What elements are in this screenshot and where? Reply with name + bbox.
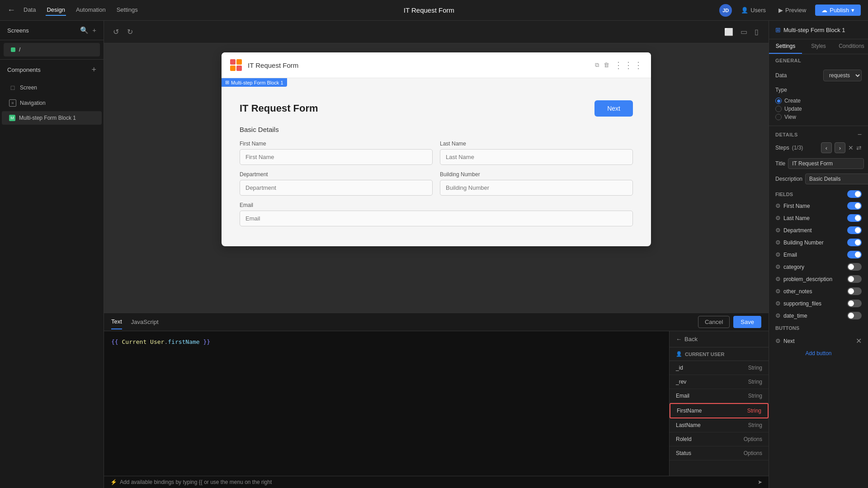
undo-button[interactable]: ↺	[111, 26, 121, 38]
field-gear-building[interactable]: ⚙	[775, 239, 781, 246]
building-number-input[interactable]	[440, 180, 633, 196]
desktop-button[interactable]: ⬜	[722, 26, 736, 38]
copy-icon[interactable]: ⧉	[595, 61, 599, 69]
binding-type-email: String	[748, 393, 762, 399]
field-gear-problem[interactable]: ⚙	[775, 276, 781, 282]
binding-row-roleid[interactable]: RoleId Options	[670, 432, 769, 446]
code-editor[interactable]: {{ Current User.firstName }}	[104, 331, 669, 476]
field-label-notes: other_notes	[783, 288, 844, 295]
field-gear-datetime[interactable]: ⚙	[775, 312, 781, 319]
collapse-icon[interactable]: −	[858, 131, 862, 139]
tab-text[interactable]: Text	[111, 314, 122, 329]
nav-automation[interactable]: Automation	[75, 5, 107, 16]
next-step-button[interactable]: ›	[835, 142, 845, 153]
screen-item-root[interactable]: /	[4, 43, 100, 56]
toggle-category[interactable]	[847, 263, 862, 271]
form-row-3: Email	[240, 202, 633, 226]
type-create[interactable]: Create	[775, 98, 862, 104]
add-component-button[interactable]: +	[91, 65, 96, 75]
nav-design[interactable]: Design	[46, 5, 66, 16]
binding-row-status[interactable]: Status Options	[670, 446, 769, 460]
type-view[interactable]: View	[775, 114, 862, 120]
screen-comp-icon: □	[9, 84, 16, 91]
redo-button[interactable]: ↻	[125, 26, 135, 38]
form-next-button[interactable]: Next	[594, 100, 633, 117]
nav-data[interactable]: Data	[23, 5, 37, 16]
department-input[interactable]	[240, 180, 433, 196]
toggle-firstname[interactable]	[847, 202, 862, 210]
prev-step-button[interactable]: ‹	[821, 142, 832, 153]
publish-button[interactable]: ☁ Publish ▾	[815, 5, 861, 16]
component-navigation[interactable]: ≡ Navigation	[2, 96, 102, 110]
binding-row-email[interactable]: Email String	[670, 389, 769, 403]
field-label-category: category	[783, 264, 844, 270]
first-name-input[interactable]	[240, 149, 433, 165]
description-input[interactable]	[805, 174, 868, 184]
add-screen-icon[interactable]: +	[92, 26, 96, 34]
toggle-problem[interactable]	[847, 275, 862, 283]
binding-row-id[interactable]: _id String	[670, 361, 769, 375]
toggle-datetime[interactable]	[847, 312, 862, 319]
binding-row-lastname[interactable]: LastName String	[670, 418, 769, 432]
type-update-label: Update	[784, 106, 802, 112]
toggle-lastname[interactable]	[847, 214, 862, 222]
users-button[interactable]: 👤 Users	[737, 5, 769, 15]
fields-master-toggle[interactable]	[847, 190, 862, 198]
share-step-button[interactable]: ⇄	[856, 144, 862, 151]
toggle-email[interactable]	[847, 251, 862, 258]
last-name-label: Last Name	[440, 141, 633, 147]
save-button[interactable]: Save	[733, 316, 761, 328]
email-input[interactable]	[240, 211, 633, 226]
footer-send-icon[interactable]: ➤	[758, 479, 762, 485]
toggle-notes[interactable]	[847, 287, 862, 295]
component-screen[interactable]: □ Screen	[2, 80, 102, 95]
department-label: Department	[240, 171, 433, 178]
field-gear-files[interactable]: ⚙	[775, 300, 781, 307]
binding-type-id: String	[748, 365, 762, 371]
field-gear-department[interactable]: ⚙	[775, 227, 781, 234]
toggle-building[interactable]	[847, 239, 862, 246]
tab-styles[interactable]: Styles	[802, 39, 835, 54]
data-select[interactable]: requests	[823, 70, 862, 81]
mobile-button[interactable]: ▯	[752, 26, 761, 38]
preview-button[interactable]: ▶ Preview	[775, 5, 810, 15]
more-options-icon[interactable]: ⋮⋮⋮	[614, 60, 644, 70]
user-icon: 👤	[676, 351, 682, 357]
tab-javascript[interactable]: JavaScript	[131, 315, 159, 329]
form-step-header: IT Request Form Next	[240, 100, 633, 117]
button-delete-next[interactable]: ✕	[856, 337, 862, 345]
field-gear-notes[interactable]: ⚙	[775, 288, 781, 295]
description-row: Description ⚡	[769, 171, 868, 187]
button-gear-next[interactable]: ⚙	[775, 338, 781, 344]
binding-row-rev[interactable]: _rev String	[670, 375, 769, 389]
field-gear-email[interactable]: ⚙	[775, 251, 781, 258]
right-sidebar-title: Multi-step Form Block 1	[783, 27, 845, 33]
add-button-link[interactable]: Add button	[775, 350, 862, 357]
back-button[interactable]: ←	[7, 5, 15, 15]
multistep-badge-icon: ⊞	[225, 80, 229, 85]
binding-back-button[interactable]: ← Back	[670, 331, 769, 347]
type-update[interactable]: Update	[775, 106, 862, 112]
first-name-label: First Name	[240, 141, 433, 147]
field-gear-category[interactable]: ⚙	[775, 263, 781, 270]
last-name-input[interactable]	[440, 149, 633, 165]
toggle-files[interactable]	[847, 300, 862, 307]
field-gear-lastname[interactable]: ⚙	[775, 215, 781, 221]
component-multistep[interactable]: M Multi-step Form Block 1	[2, 111, 102, 125]
nav-settings[interactable]: Settings	[116, 5, 139, 16]
title-input[interactable]	[788, 158, 864, 169]
tab-conditions[interactable]: Conditions	[835, 39, 868, 54]
tab-settings[interactable]: Settings	[769, 39, 802, 54]
binding-row-firstname[interactable]: FirstName String	[670, 403, 769, 418]
publish-icon: ☁	[821, 7, 827, 14]
last-name-field: Last Name	[440, 141, 633, 165]
nav-comp-label: Navigation	[20, 100, 46, 106]
toggle-department[interactable]	[847, 226, 862, 234]
cancel-button[interactable]: Cancel	[698, 316, 730, 328]
delete-icon[interactable]: 🗑	[604, 61, 609, 69]
details-section-header: DETAILS	[775, 132, 798, 137]
field-gear-firstname[interactable]: ⚙	[775, 202, 781, 209]
tablet-button[interactable]: ▭	[738, 26, 750, 38]
search-icon[interactable]: 🔍	[80, 26, 89, 34]
delete-step-button[interactable]: ✕	[848, 144, 854, 151]
